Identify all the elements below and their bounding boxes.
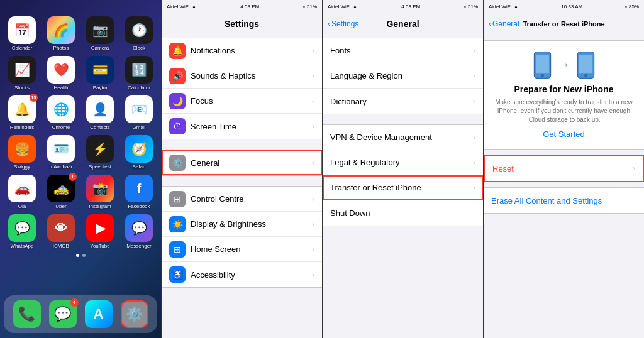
app-icon-youtube[interactable]: ▶YouTube (83, 214, 117, 249)
status-bar-general: Airtel WiFi ▲ 4:53 PM ▪ 51% (323, 0, 483, 13)
settings-item-screentime[interactable]: ⏱Screen Time› (162, 114, 322, 139)
reset-item[interactable]: Reset › (485, 156, 643, 181)
general-label-fonts: Fonts (330, 46, 473, 55)
app-label-maadhaar: mAadhaar (50, 164, 73, 170)
status-left-2: Airtel WiFi ▲ (167, 4, 196, 9)
general-item-vpn[interactable]: VPN & Device Management› (323, 125, 483, 150)
general-label-language: Language & Region (330, 71, 473, 80)
app-icon-stocks[interactable]: 📈Stocks (5, 56, 39, 90)
settings-item-accessibility[interactable]: ♿Accessibility› (162, 262, 322, 287)
app-label-youtube: YouTube (90, 243, 109, 249)
app-img-whatsapp: 💬 (8, 214, 36, 242)
separator-2 (162, 178, 322, 183)
status-right-3: ▪ 51% (464, 4, 478, 9)
app-icon-health[interactable]: ❤️Health (44, 56, 78, 90)
app-label-stocks: Stocks (14, 85, 30, 90)
time-4: 10:33 AM (561, 4, 582, 9)
settings-item-sounds[interactable]: 🔊Sounds & Haptics› (162, 63, 322, 89)
app-icon-swiggy[interactable]: 🍔Swiggy (5, 135, 39, 170)
app-icon-icmob[interactable]: 👁iCMOB (44, 214, 78, 249)
general-chevron-language: › (473, 72, 475, 80)
general-item-dictionary[interactable]: Dictionary› (323, 89, 483, 114)
general-label-vpn: VPN & Device Management (330, 133, 473, 142)
settings-icon-screentime: ⏱ (169, 118, 186, 134)
app-img-chrome: 🌐 (47, 95, 75, 123)
settings-label-focus: Focus (191, 96, 312, 106)
prepare-phones-graphic: → (531, 51, 597, 79)
app-icon-paytm[interactable]: 💳Paytm (83, 56, 117, 90)
general-group-2: VPN & Device Management›Legal & Regulato… (323, 124, 483, 226)
general-list: Fonts›Language & Region›Dictionary›VPN &… (323, 35, 483, 338)
general-label-shutdown: Shut Down (330, 209, 475, 218)
dock-icon-phone[interactable]: 📞 (13, 300, 41, 328)
general-item-transfer[interactable]: Transfer or Reset iPhone› (323, 175, 483, 200)
settings-item-homescreen[interactable]: ⊞Home Screen› (162, 237, 322, 262)
app-img-messenger: 💬 (125, 214, 153, 242)
dot-1 (76, 254, 79, 257)
badge-uber: 1 (69, 173, 77, 181)
app-icon-chrome[interactable]: 🌐Chrome (44, 95, 78, 130)
general-nav: ‹ Settings General (323, 13, 483, 35)
dock-icon-messages[interactable]: 💬4 (49, 300, 77, 328)
app-icon-contacts[interactable]: 👤Contacts (83, 95, 117, 130)
app-label-uber: Uber (55, 204, 66, 209)
general-back-button[interactable]: ‹ Settings (328, 19, 358, 28)
app-label-ola: Ola (18, 204, 26, 209)
app-icon-calendar[interactable]: 📅Calendar (5, 16, 39, 51)
app-icon-clock[interactable]: 🕐Clock (122, 16, 156, 51)
dot-2 (82, 254, 86, 257)
general-item-language[interactable]: Language & Region› (323, 63, 483, 89)
app-label-health: Health (53, 85, 68, 90)
general-item-legal[interactable]: Legal & Regulatory› (323, 150, 483, 175)
app-img-speedtest: ⚡ (86, 135, 114, 163)
get-started-button[interactable]: Get Started (543, 129, 584, 139)
app-label-instagram: Instagram (89, 204, 111, 209)
settings-list: 🔔Notifications›🔊Sounds & Haptics›🌙Focus›… (162, 35, 322, 338)
settings-label-screentime: Screen Time (191, 122, 312, 131)
general-item-fonts[interactable]: Fonts› (323, 38, 483, 63)
app-icon-photos[interactable]: 🌈Photos (44, 16, 78, 51)
app-icon-uber[interactable]: 🚕1Uber (44, 175, 78, 209)
app-label-messenger: Messenger (126, 243, 152, 249)
status-right-4: ▪ 85% (625, 4, 639, 9)
settings-chevron-sounds: › (312, 72, 314, 80)
app-label-camera: Camera (91, 45, 109, 51)
app-icon-maadhaar[interactable]: 🪪mAadhaar (44, 135, 78, 170)
settings-label-notifications: Notifications (191, 46, 312, 55)
settings-item-focus[interactable]: 🌙Focus› (162, 89, 322, 114)
prepare-title: Prepare for New iPhone (514, 84, 614, 94)
general-chevron-dictionary: › (473, 97, 475, 106)
app-icon-speedtest[interactable]: ⚡Speedtest (83, 135, 117, 170)
reset-label: Reset (492, 164, 633, 173)
app-icon-facebook[interactable]: fFacebook (122, 175, 156, 209)
settings-item-notifications[interactable]: 🔔Notifications› (162, 38, 322, 63)
separator-1 (162, 142, 322, 147)
app-label-icmob: iCMOB (53, 243, 69, 249)
general-back-label: Settings (331, 19, 358, 28)
app-icon-whatsapp[interactable]: 💬WhatsApp (5, 214, 39, 249)
settings-icon-sounds: 🔊 (169, 68, 186, 84)
app-icon-instagram[interactable]: 📸Instagram (83, 175, 117, 209)
settings-item-displaybrightness[interactable]: ☀️Display & Brightness› (162, 212, 322, 237)
settings-item-controlcentre[interactable]: ⊞Control Centre› (162, 187, 322, 212)
reset-chevron-icon: › (633, 164, 635, 173)
settings-item-general[interactable]: ⚙️General› (162, 150, 322, 175)
app-icon-reminders[interactable]: 🔔15Reminders (5, 95, 39, 130)
erase-item[interactable]: Erase All Content and Settings (484, 188, 644, 213)
status-bar-settings: Airtel WiFi ▲ 4:53 PM ▪ 51% (162, 0, 322, 13)
app-icon-messenger[interactable]: 💬Messenger (122, 214, 156, 249)
general-item-shutdown[interactable]: Shut Down (323, 200, 483, 226)
app-icon-ola[interactable]: 🚗Ola (5, 175, 39, 209)
app-icon-calculator[interactable]: 🔢Calculator (122, 56, 156, 90)
dock-icon-settings[interactable]: ⚙️ (121, 300, 148, 328)
general-chevron-fonts: › (473, 46, 475, 55)
app-label-reminders: Reminders (10, 124, 35, 130)
app-img-maadhaar: 🪪 (47, 135, 75, 163)
dock-icon-appstore[interactable]: A (85, 300, 113, 328)
app-icon-camera[interactable]: 📷Camera (83, 16, 117, 51)
transfer-back-button[interactable]: ‹ General (489, 19, 519, 28)
status-left-3: Airtel WiFi ▲ (328, 4, 357, 9)
app-icon-safari[interactable]: 🧭Safari (122, 135, 156, 170)
app-icon-gmail[interactable]: 📧Gmail (122, 95, 156, 130)
general-label-transfer: Transfer or Reset iPhone (330, 183, 473, 192)
